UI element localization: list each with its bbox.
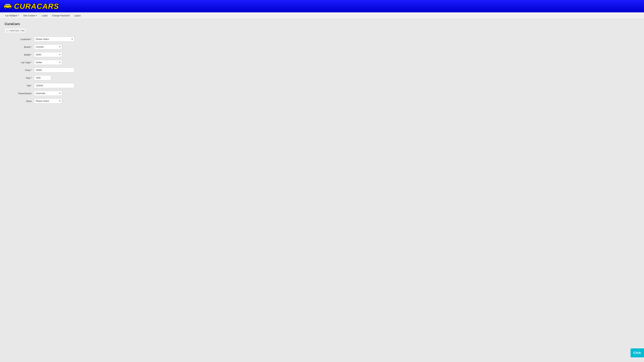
header: CURACARS [0,0,644,12]
transmission-label: Transmission [6,92,34,95]
price-row: Price* [6,68,639,72]
transmission-row: Transmission Automatic Manual [6,91,639,96]
price-label: Price* [6,69,34,71]
drive-label: Drive [6,100,34,102]
site-content-arrow-icon: ▼ [36,15,38,16]
svg-rect-7 [8,4,10,5]
brand-row: Brand* Chrysler Ford Toyota Honda [6,44,639,49]
breadcrumb-add: Add [21,29,24,32]
nav-car-related[interactable]: Car Related ▼ [3,12,21,19]
year-input[interactable] [34,75,51,80]
nav-leads[interactable]: Leads [40,12,50,19]
km-required: * [31,84,32,87]
model-label: Model* [6,53,34,56]
model-row: Model* 300M 200 Pacifica [6,52,639,57]
drive-select[interactable]: Please Select FWD RWD AWD 4WD [34,98,62,103]
breadcrumb-sep-2: / [20,29,20,32]
customer-select[interactable]: Please Select [34,37,74,42]
logo-car-icon [3,2,12,10]
breadcrumb-used-cars[interactable]: Used Cars [10,29,19,32]
svg-point-5 [10,7,10,8]
price-input[interactable] [34,68,74,72]
km-label: KM* [6,84,34,87]
customer-required: * [31,38,32,40]
customer-row: Customer* Please Select [6,37,639,42]
km-row: KM* [6,83,639,88]
nav-logout[interactable]: Logout [72,12,83,19]
form-container: Customer* Please Select Brand* Chrysler … [5,37,639,103]
cartype-required: * [31,61,32,64]
svg-rect-6 [6,4,8,5]
model-select[interactable]: 300M 200 Pacifica [34,52,62,57]
logo-text: CURACARS [14,2,59,10]
chat-button[interactable]: CHA [630,349,644,357]
cartype-label: Car Type* [6,61,34,64]
price-required: * [31,69,32,71]
nav-change-password[interactable]: Change Password [50,12,72,19]
drive-row: Drive Please Select FWD RWD AWD 4WD [6,98,639,103]
year-required: * [31,77,32,79]
svg-point-3 [5,7,6,8]
cartype-select[interactable]: Sedan SUV Truck Coupe [34,60,62,65]
breadcrumb: ⌂ / Used Cars / Add [5,28,26,33]
brand-required: * [31,46,32,48]
transmission-select[interactable]: Automatic Manual [34,91,62,96]
model-required: * [31,53,32,56]
cartype-row: Car Type* Sedan SUV Truck Coupe [6,60,639,65]
page-content: CuraCars ⌂ / Used Cars / Add Customer* P… [0,19,644,362]
breadcrumb-home-icon[interactable]: ⌂ [6,29,8,32]
breadcrumb-sep-1: / [8,29,9,32]
page-title: CuraCars [5,22,639,26]
year-row: Year* [6,75,639,80]
navbar: Car Related ▼ Site Content ▼ Leads Chang… [0,12,644,19]
customer-label: Customer* [6,38,34,40]
year-label: Year* [6,77,34,79]
brand-select[interactable]: Chrysler Ford Toyota Honda [34,44,62,49]
brand-label: Brand* [6,46,34,48]
car-related-arrow-icon: ▼ [18,15,19,16]
km-input[interactable] [34,83,74,88]
nav-site-content[interactable]: Site Content ▼ [21,12,40,19]
